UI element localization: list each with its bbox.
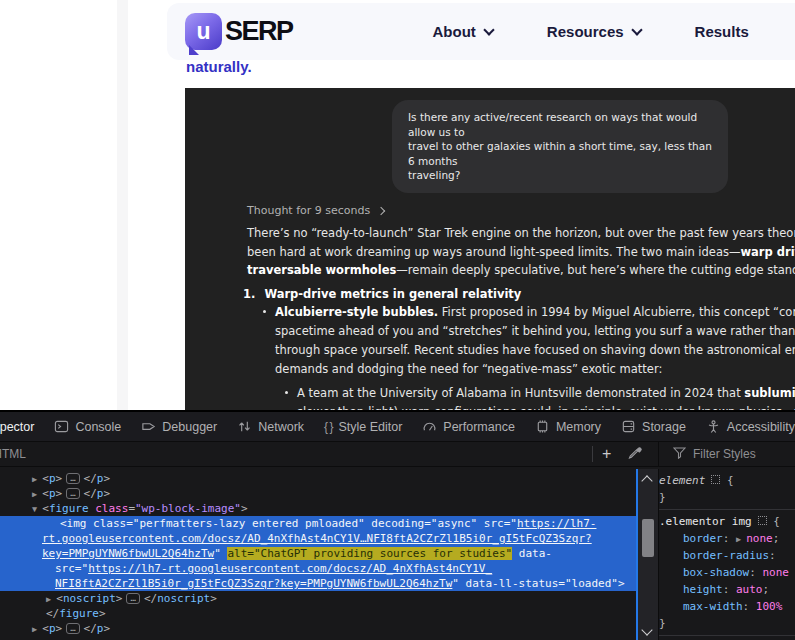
chevron-down-icon <box>483 24 494 35</box>
storage-icon <box>621 419 636 434</box>
site-header: u SERP AboutResourcesResultsServices <box>167 3 795 60</box>
network-icon <box>237 419 252 434</box>
filter-icon <box>673 447 686 462</box>
tab-label: Memory <box>556 420 601 434</box>
eyedropper-icon[interactable] <box>628 446 643 465</box>
add-node-button[interactable]: + <box>602 442 611 465</box>
bullet-icon <box>263 310 266 313</box>
braces-icon: { } <box>324 420 332 434</box>
markup-rows-after[interactable]: ▶ <noscript>…</noscript></figure>▶ <p>…<… <box>0 591 636 636</box>
markup-row-selected-img[interactable]: <img class="perfmatters-lazy entered pml… <box>0 516 636 591</box>
tab-console[interactable]: Console <box>54 419 121 434</box>
filter-styles-input[interactable]: Filter Styles <box>693 447 756 461</box>
tab-debugger[interactable]: Debugger <box>141 419 217 434</box>
markup-scrollbar[interactable] <box>636 469 658 640</box>
bullet-icon <box>285 391 288 394</box>
nav-item-label: Results <box>695 23 749 40</box>
chat-numbered-item: 1. Warp-drive metrics in general relativ… <box>243 287 521 301</box>
tab-storage[interactable]: Storage <box>621 419 686 434</box>
list-number: 1. <box>243 287 255 301</box>
tab-label: Inspector <box>0 420 34 434</box>
filter-styles-bar: Filter Styles <box>658 442 795 466</box>
performance-icon <box>422 419 437 434</box>
tab-style-editor[interactable]: { }Style Editor <box>324 420 402 434</box>
devtools-toolbar: Search HTML + Filter Styles <box>0 442 795 467</box>
main-nav: AboutResourcesResultsServices <box>433 23 795 40</box>
devtools-panel: InspectorConsoleDebuggerNetwork{ }Style … <box>0 410 795 640</box>
memory-icon <box>535 419 550 434</box>
accessibility-icon <box>706 419 721 434</box>
devtools-body: ▶ <p>…</p>▶ <p>…</p>▼ <figure class="wp-… <box>0 469 795 640</box>
chat-question-bubble: Is there any active/recent research on w… <box>392 100 728 193</box>
markup-view: ▶ <p>…</p>▶ <p>…</p>▼ <figure class="wp-… <box>0 469 636 640</box>
tab-label: Network <box>258 420 304 434</box>
tab-label: Console <box>75 420 121 434</box>
tab-accessibility[interactable]: Accessibility <box>706 419 795 434</box>
tab-label: Style Editor <box>338 420 402 434</box>
nav-item-results[interactable]: Results <box>695 23 749 40</box>
chat-sub-bullet-item: A team at the University of Alabama in H… <box>297 384 795 410</box>
debugger-icon <box>141 419 156 434</box>
nav-item-label: About <box>433 23 476 40</box>
chevron-down-icon <box>631 24 642 35</box>
search-html-input[interactable]: Search HTML <box>0 442 26 466</box>
nav-item-resources[interactable]: Resources <box>547 23 641 40</box>
chat-thought-label: Thought for 9 seconds <box>247 204 384 217</box>
nav-item-label: Resources <box>547 23 624 40</box>
thought-text: Thought for 9 seconds <box>247 204 370 217</box>
tab-performance[interactable]: Performance <box>422 419 515 434</box>
console-icon <box>54 419 69 434</box>
markup-rows-before[interactable]: ▶ <p>…</p>▶ <p>…</p>▼ <figure class="wp-… <box>0 471 636 516</box>
userp-logo-icon: u <box>185 13 222 50</box>
tab-label: Accessibility <box>727 420 795 434</box>
page-background-strip <box>117 0 128 410</box>
scroll-down-icon[interactable] <box>641 624 652 635</box>
tab-network[interactable]: Network <box>237 419 304 434</box>
userp-logo-wordmark: SERP <box>225 16 293 47</box>
rules-view[interactable]: element {}.elementor img {border: ▶ none… <box>658 469 795 640</box>
tab-label: Performance <box>443 420 515 434</box>
tab-label: Storage <box>642 420 686 434</box>
tab-inspector[interactable]: Inspector <box>0 419 34 434</box>
scroll-up-icon[interactable] <box>641 475 652 486</box>
chevron-right-icon <box>377 206 385 214</box>
devtools-tab-bar: InspectorConsoleDebuggerNetwork{ }Style … <box>0 412 795 442</box>
userp-logo[interactable]: u SERP <box>185 13 293 50</box>
tab-memory[interactable]: Memory <box>535 419 601 434</box>
chat-bullet-item: Alcubierre-style bubbles. First proposed… <box>275 303 795 379</box>
page-body-link-text[interactable]: naturally. <box>186 58 252 75</box>
screenshot-root: { "colors":{"accent_blue":"#2764cc","dev… <box>0 0 795 640</box>
scrollbar-thumb[interactable] <box>642 519 654 557</box>
chat-answer-paragraph: There’s no “ready-to-launch” Star Trek e… <box>247 224 795 280</box>
chatgpt-screenshot-image: Is there any active/recent research on w… <box>185 88 795 410</box>
nav-item-about[interactable]: About <box>433 23 493 40</box>
tab-label: Debugger <box>162 420 217 434</box>
list-item-title: Warp-drive metrics in general relativity <box>264 287 521 301</box>
toolbar-divider <box>592 446 593 462</box>
